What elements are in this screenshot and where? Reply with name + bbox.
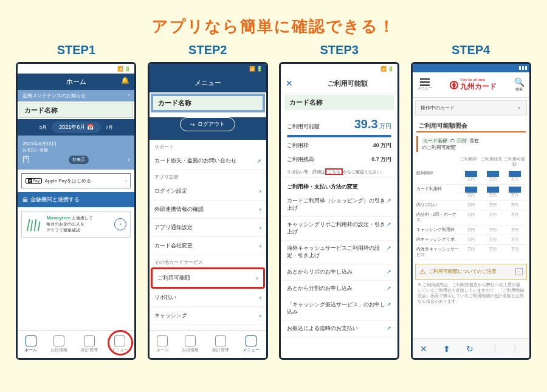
tab-home[interactable]: ホーム [24,335,37,353]
table-row: 内分割・2回・ボーナス万円万円万円 [416,210,526,225]
plus-icon[interactable]: ＋ [114,218,126,230]
menu-card-company[interactable]: カード会社変更› [150,237,266,255]
operating-card[interactable]: 操作中のカード＋ [415,100,527,115]
warning-box[interactable]: ⚠ ご利用可能額についてのご注意 − [415,264,527,280]
wifi-icon: 📶 [249,66,255,72]
apple-pay-row[interactable]: 🅰Pay Apple Payをはじめる › [21,173,131,188]
chevron-right-icon: › [128,92,130,99]
highlight-box: こちら [325,168,343,175]
apply-extra-payment[interactable]: お振込による臨時のお支払い↗ [281,321,397,337]
chart-icon [215,335,226,346]
close-icon[interactable]: ✕ [286,78,293,88]
back-icon[interactable]: 〈 [489,343,497,354]
bank-icon: 🏛 [22,197,28,203]
step-4-label: STEP4 [452,43,490,57]
bell-icon[interactable]: 🔔 [121,77,129,84]
chevron-right-icon[interactable]: › [128,156,129,163]
external-icon: ↗ [387,325,391,332]
step-2: STEP2 📶🔋 メニュー カード名称 ↪ログアウト サポート カード紛失・盗難… [148,43,268,360]
wifi-icon: 📶 [117,66,123,72]
card-name: カード名称 [153,96,263,110]
external-icon: ↗ [256,158,261,164]
link-banner-text: 金融機関と連携する [30,196,80,204]
notice-text: 定例メンテナンスのお知らせ [22,92,86,99]
chevron-right-icon: › [259,224,261,231]
notice-bar[interactable]: 定例メンテナンスのお知らせ› [18,90,134,101]
step-1-label: STEP1 [57,43,95,57]
card-name: カード名称 [19,103,133,118]
month-prev[interactable]: 5月 [40,124,47,131]
tab-deals[interactable]: お得情報 [182,335,199,353]
apply-split[interactable]: あとから分割のお申し込み↗ [281,281,397,297]
menu-ext-link[interactable]: 外部連携情報の確認› [150,201,266,219]
apple-pay-icon: 🅰Pay [26,178,42,184]
tab-menu[interactable]: メニュー [243,335,260,353]
link-banner[interactable]: 🏛 金融機関と連携する [18,192,134,207]
reload-icon[interactable]: ↻ [466,344,473,354]
chevron-right-icon: › [259,294,261,301]
logo-icon [449,80,459,90]
available-amount: ご利用可能額 39.3 万円 [281,111,397,134]
avail-label: ご利用可能額 [287,123,320,131]
search-button[interactable]: 🔍 検索 [514,77,525,92]
sub-heading: カード名称 の 日付 現在 のご利用可能額 [416,136,526,152]
home-icon [157,335,168,346]
moneytree-card[interactable]: Moneytree と連携して 毎月のお金の出入を グラフで簡単確認 ＋ [21,211,131,238]
gift-icon [185,335,196,346]
section-change: ご利用枠・支払い方法の変更 [281,177,397,193]
menu-revo[interactable]: リボ払い› [150,289,266,307]
phone-2: 📶🔋 メニュー カード名称 ↪ログアウト サポート カード紛失・盗難のお問い合わ… [148,62,268,360]
menu-icon [246,335,256,346]
card-name: カード名称 [284,95,394,110]
chevron-right-icon: › [256,275,258,281]
phone-4: メニュー One for all area 九州カード 🔍 検索 操作中のカード… [411,62,531,360]
amount-date: 2021年6月10日 [22,140,129,147]
footnote: ※ ご利用残高は、ご利用加盟店から弊社へ売上票が届いているご利用分も反映していま… [413,281,529,305]
apply-revo[interactable]: あとからリボのお申し込み↗ [281,264,397,281]
close-icon[interactable]: ✕ [420,344,427,354]
battery-icon: 🔋 [256,66,263,72]
amount-panel: 2021年6月10日 お支払い金額 円 非表示 › [18,136,134,170]
table-row: キャッシング利用枠万円万円万円 [416,225,526,235]
menu-cashing[interactable]: キャッシング› [150,307,266,325]
balance-row: ご利用残高0.7 万円 [281,153,397,167]
external-icon: ↗ [387,245,391,260]
site-header: メニュー One for all area 九州カード 🔍 検索 [413,72,529,98]
step-3-label: STEP3 [320,43,358,57]
share-icon[interactable]: ⬆ [443,344,450,354]
tab-home[interactable]: ホーム [156,335,169,353]
chevron-right-icon: › [259,206,261,213]
revo-link[interactable]: こちら [328,170,340,174]
logout-button[interactable]: ↪ログアウト [180,117,235,131]
change-shopping-limit[interactable]: カードご利用枠（ショッピング）の引き上げ↗ [281,193,397,217]
month-current[interactable]: 2021年6月 📅 [52,122,101,133]
apply-cashing-transfer[interactable]: 「キャッシング振込サービス」のお申し込み↗ [281,297,397,321]
menu-available-amount[interactable]: ご利用可能額› [153,269,263,287]
tab-deals[interactable]: お得情報 [50,335,67,353]
amount-label: お支払い金額 [22,147,129,153]
battery-icon: 🔋 [125,66,131,72]
change-cashing-revo[interactable]: キャッシングリボご利用枠の設定・引き上げ↗ [281,217,397,241]
collapse-icon[interactable]: − [515,268,523,275]
menu-login-settings[interactable]: ログイン設定› [150,182,266,201]
plus-icon: ＋ [517,105,521,111]
month-next[interactable]: 7月 [106,124,113,131]
menu-lost-card[interactable]: カード紛失・盗難のお問い合わせ↗ [150,152,266,170]
tab-budget[interactable]: 家計管理 [81,335,98,353]
gift-icon [53,335,64,346]
table-row: 内海外キャッシュサービス万円万円万円 [416,245,526,260]
screen-header: ✕ ご利用可能額 [281,74,397,94]
menu-button[interactable]: メニュー [418,78,432,91]
logo[interactable]: One for all area 九州カード [449,78,497,92]
change-overseas-cash[interactable]: 海外キャッシュサービスご利用枠の設定・引き上げ↗ [281,241,397,264]
hide-badge[interactable]: 非表示 [69,156,89,164]
chevron-right-icon: › [259,312,261,319]
browser-bar: ✕ ⬆ ↻ 〈 〉 [413,339,529,358]
menu-notify[interactable]: アプリ通知設定› [150,219,266,237]
month-tabs[interactable]: 5月 2021年6月 📅 7月 [18,119,134,136]
step-3: STEP3 📶🔋 ✕ ご利用可能額 カード名称 ご利用可能額 39.3 万円 ご… [279,43,399,360]
highlight-box: ご利用可能額› [151,267,265,289]
search-icon: 🔍 [514,77,525,87]
forward-icon[interactable]: 〉 [513,343,521,354]
tab-budget[interactable]: 家計管理 [212,335,229,353]
